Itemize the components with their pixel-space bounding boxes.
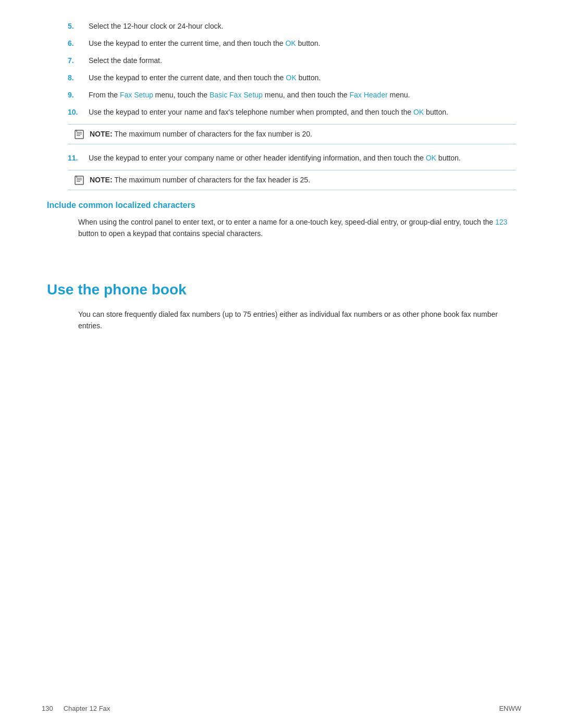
fax-setup-link: Fax Setup — [120, 91, 153, 99]
content-area: 5. Select the 12-hour clock or 24-hour c… — [47, 21, 516, 332]
main-section-phone-book: Use the phone book You can store frequen… — [47, 281, 516, 332]
list-item: 5. Select the 12-hour clock or 24-hour c… — [68, 21, 516, 32]
note-label-2: NOTE: — [90, 176, 113, 184]
list-item: 6. Use the keypad to enter the current t… — [68, 38, 516, 49]
ok-link: OK — [413, 108, 424, 116]
fax-header-link: Fax Header — [349, 91, 387, 99]
step-content: Use the keypad to enter your name and fa… — [89, 107, 516, 118]
locale-label: ENWW — [499, 705, 521, 712]
list-item: 10. Use the keypad to enter your name an… — [68, 107, 516, 118]
step-number: 6. — [68, 38, 89, 49]
note-icon-2 — [74, 175, 85, 186]
step-number: 11. — [68, 153, 89, 164]
steps-list-2: 11. Use the keypad to enter your company… — [68, 153, 516, 164]
main-section-body: You can store frequently dialed fax numb… — [78, 309, 516, 332]
note-content-2: NOTE: The maximum number of characters f… — [90, 175, 310, 186]
basic-fax-setup-link: Basic Fax Setup — [210, 91, 263, 99]
note-box-2: NOTE: The maximum number of characters f… — [68, 170, 516, 190]
step-number: 9. — [68, 90, 89, 101]
svg-rect-0 — [75, 130, 83, 139]
note-box-1: NOTE: The maximum number of characters f… — [68, 124, 516, 144]
step-content: Use the keypad to enter the current date… — [89, 72, 516, 83]
step-number: 10. — [68, 107, 89, 118]
page-number: 130 — [42, 705, 53, 712]
ok-link: OK — [285, 39, 296, 47]
ok-link: OK — [286, 73, 296, 82]
step-content: Use the keypad to enter your company nam… — [89, 153, 516, 164]
note-content: NOTE: The maximum number of characters f… — [90, 129, 312, 140]
list-item: 9. From the Fax Setup menu, touch the Ba… — [68, 90, 516, 101]
step-number: 5. — [68, 21, 89, 32]
note-label: NOTE: — [90, 130, 113, 138]
main-section-title: Use the phone book — [47, 281, 516, 298]
note-text: The maximum number of characters for the… — [114, 130, 312, 138]
step-content: Select the 12-hour clock or 24-hour cloc… — [89, 21, 516, 32]
numbered-list-section: 5. Select the 12-hour clock or 24-hour c… — [68, 21, 516, 190]
list-item: 7. Select the date format. — [68, 55, 516, 66]
note-icon — [74, 129, 85, 140]
step-content: Use the keypad to enter the current time… — [89, 38, 516, 49]
list-item: 8. Use the keypad to enter the current d… — [68, 72, 516, 83]
subsection-localized: Include common localized characters When… — [47, 201, 516, 240]
123-link: 123 — [495, 218, 507, 226]
ok-link: OK — [426, 154, 436, 162]
note-text-2: The maximum number of characters for the… — [114, 176, 310, 184]
step-content: From the Fax Setup menu, touch the Basic… — [89, 90, 516, 101]
footer-left: 130 Chapter 12 Fax — [42, 705, 110, 712]
subsection-heading: Include common localized characters — [47, 201, 516, 210]
svg-rect-4 — [75, 176, 83, 184]
subsection-body: When using the control panel to enter te… — [78, 216, 516, 240]
list-item: 11. Use the keypad to enter your company… — [68, 153, 516, 164]
step-content: Select the date format. — [89, 55, 516, 66]
steps-list: 5. Select the 12-hour clock or 24-hour c… — [68, 21, 516, 118]
step-number: 8. — [68, 72, 89, 83]
chapter-label: Chapter 12 Fax — [64, 705, 111, 712]
page-footer: 130 Chapter 12 Fax ENWW — [42, 705, 521, 712]
step-number: 7. — [68, 55, 89, 66]
